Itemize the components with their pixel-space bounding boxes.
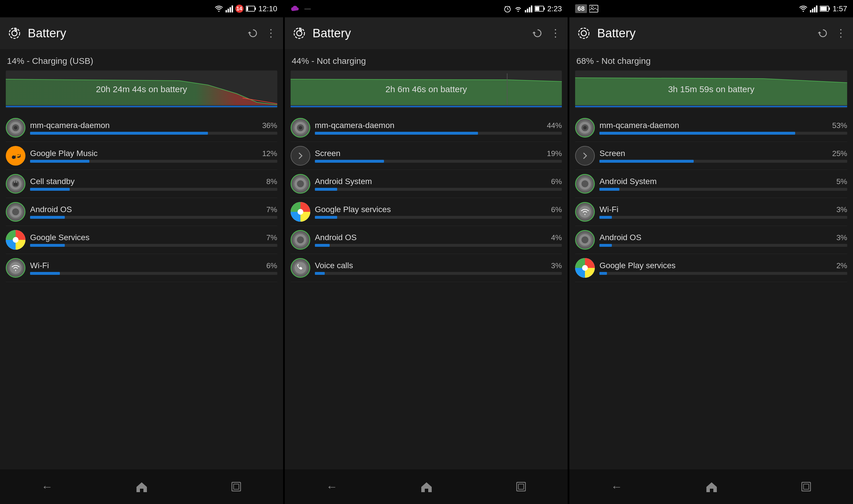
more-icon-2[interactable]: ⋮ [550, 27, 561, 39]
item-bar-container-2-2 [315, 188, 562, 191]
battery-item-2-5[interactable]: Voice calls 3% [290, 254, 562, 282]
app-bar-3: Battery ⋮ [569, 17, 853, 49]
battery-item-2-3[interactable]: Google Play services 6% [290, 198, 562, 226]
item-percent-2-5: 3% [551, 261, 562, 270]
badge-68: 68 [575, 4, 587, 13]
item-info-2-1: Screen 19% [315, 149, 562, 163]
back-button-2[interactable]: ← [326, 480, 337, 493]
svg-marker-80 [818, 32, 821, 33]
battery-item-2-2[interactable]: Android System 6% [290, 170, 562, 198]
item-name-1-0: mm-qcamera-daemon [30, 121, 110, 130]
svg-rect-5 [255, 7, 256, 10]
item-percent-1-3: 7% [266, 205, 277, 214]
battery-item-3-3[interactable]: Wi-Fi 3% [575, 198, 847, 226]
item-icon-android-system-3 [575, 174, 595, 194]
item-info-2-4: Android OS 4% [315, 233, 562, 247]
home-button-1[interactable] [135, 481, 148, 492]
item-percent-2-1: 19% [547, 149, 562, 158]
battery-item-3-4[interactable]: Android OS 3% [575, 226, 847, 254]
home-button-3[interactable] [705, 481, 718, 492]
item-bar-1-1 [30, 160, 89, 163]
svg-rect-41 [527, 9, 528, 13]
item-icon-phone-2 [290, 258, 310, 278]
battery-item-1-4[interactable]: Google Services 7% [6, 226, 277, 254]
more-icon-1[interactable]: ⋮ [266, 27, 276, 39]
battery-item-1-3[interactable]: Android OS 7% [6, 198, 277, 226]
svg-rect-67 [517, 482, 526, 491]
battery-item-1-2[interactable]: Cell standby 8% [6, 170, 277, 198]
recent-button-1[interactable] [231, 481, 242, 492]
recent-button-3[interactable] [801, 481, 812, 492]
svg-point-32 [10, 262, 21, 274]
svg-rect-98 [803, 484, 809, 489]
item-info-3-4: Android OS 3% [600, 233, 847, 247]
battery-item-3-1[interactable]: Screen 25% [575, 142, 847, 170]
item-info-3-5: Google Play services 2% [600, 261, 847, 275]
svg-point-56 [294, 149, 307, 162]
svg-rect-42 [529, 7, 530, 13]
back-button-3[interactable]: ← [611, 480, 622, 493]
item-name-1-1: Google Play Music [30, 149, 97, 158]
item-info-1-5: Wi-Fi 6% [30, 261, 277, 275]
svg-point-89 [579, 206, 591, 218]
battery-item-1-1[interactable]: Google Play Music 12% [6, 142, 277, 170]
refresh-icon-1[interactable] [247, 28, 259, 39]
recent-button-2[interactable] [516, 481, 527, 492]
refresh-icon-3[interactable] [817, 28, 829, 39]
item-percent-1-4: 7% [266, 233, 277, 242]
item-name-2-4: Android OS [315, 233, 357, 242]
item-icon-wifi-1 [6, 258, 25, 278]
svg-rect-1 [228, 9, 229, 13]
battery-item-1-5[interactable]: Wi-Fi 6% [6, 254, 277, 282]
battery-item-3-5[interactable]: Google Play services 2% [575, 254, 847, 282]
item-bar-container-2-0 [315, 132, 562, 135]
item-bar-1-0 [30, 132, 208, 135]
app-bar-actions-2: ⋮ [532, 27, 561, 39]
item-bar-1-5 [30, 272, 60, 275]
settings-gear-icon-1 [7, 26, 22, 41]
battery-items-1: mm-qcamera-daemon 36% [6, 114, 277, 282]
charge-status-3: 68% - Not charging [575, 56, 847, 66]
more-icon-3[interactable]: ⋮ [836, 27, 846, 39]
item-bar-1-4 [30, 244, 65, 247]
app-bar-2: Battery ⋮ [285, 17, 568, 49]
status-bar-2: — [285, 0, 568, 17]
battery-item-2-4[interactable]: Android OS 4% [290, 226, 562, 254]
item-icon-camera-1 [6, 118, 25, 138]
status-bar-1: 14 12:10 [0, 0, 283, 17]
battery-item-1-0[interactable]: mm-qcamera-daemon 36% [6, 114, 277, 142]
item-percent-3-2: 5% [836, 177, 847, 186]
app-bar-actions-3: ⋮ [817, 27, 846, 39]
battery-icon-3 [820, 5, 830, 12]
item-info-1-0: mm-qcamera-daemon 36% [30, 121, 277, 135]
phone-panel-2: — [285, 0, 568, 504]
svg-rect-73 [814, 7, 815, 13]
svg-point-85 [583, 126, 587, 129]
battery-item-2-0[interactable]: mm-qcamera-daemon 44% [290, 114, 562, 142]
item-bar-container-1-2 [30, 188, 277, 191]
item-icon-android-os-3 [575, 230, 595, 250]
item-bar-3-5 [600, 272, 607, 275]
battery-item-3-0[interactable]: mm-qcamera-daemon 53% [575, 114, 847, 142]
item-name-2-0: mm-qcamera-daemon [315, 121, 394, 130]
status-bar-right-2: 2:23 [503, 4, 562, 13]
item-info-2-3: Google Play services 6% [315, 205, 562, 219]
battery-item-3-2[interactable]: Android System 5% [575, 170, 847, 198]
svg-point-70 [591, 6, 593, 9]
alarm-icon [503, 5, 512, 13]
refresh-icon-2[interactable] [532, 28, 543, 39]
battery-item-2-1[interactable]: Screen 19% [290, 142, 562, 170]
item-name-2-1: Screen [315, 149, 341, 158]
home-button-2[interactable] [420, 481, 433, 492]
svg-rect-72 [812, 9, 813, 13]
svg-rect-52 [290, 106, 562, 107]
phone-panel-3: 68 [569, 0, 853, 504]
item-name-3-1: Screen [600, 149, 625, 158]
item-name-3-3: Wi-Fi [600, 205, 618, 214]
item-info-3-3: Wi-Fi 3% [600, 205, 847, 219]
svg-rect-24 [16, 181, 17, 183]
item-bar-3-0 [600, 132, 795, 135]
svg-rect-46 [535, 7, 539, 11]
item-bar-container-3-2 [600, 188, 847, 191]
back-button-1[interactable]: ← [41, 480, 53, 493]
